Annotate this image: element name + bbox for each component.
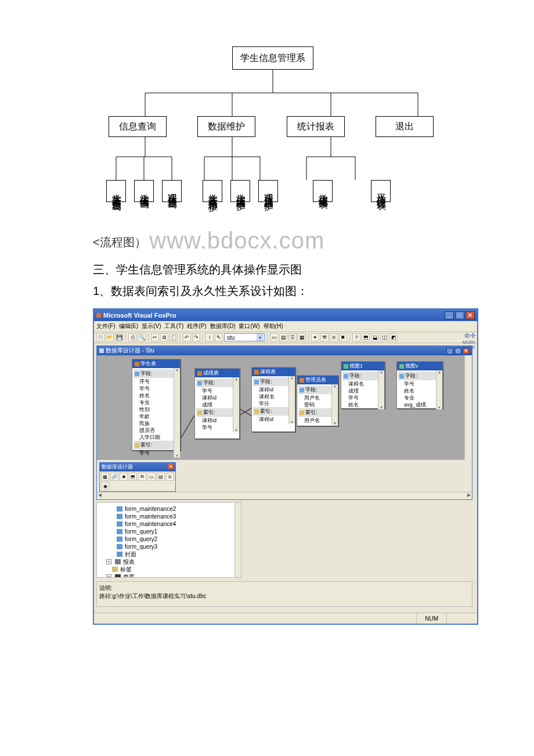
toolbox-btn-5[interactable]: ⧉: [138, 473, 146, 481]
project-item: form_maintenance2: [99, 505, 239, 513]
form-icon: [117, 552, 122, 557]
index-icon: [254, 409, 259, 414]
tb-1-icon[interactable]: ⬒: [362, 333, 370, 341]
project-item: form_maintenance4: [99, 520, 239, 528]
builder-icon[interactable]: ⚒: [320, 333, 329, 341]
db-designer-toolbox[interactable]: 数据库设计器 ✕ ▦ 🔗 ✖ ⬒ ⧉ ▭ ▤ ⛭ ◉: [99, 462, 176, 492]
table-icon: [197, 371, 202, 376]
org-l3-7: 平均分统计报表: [371, 180, 391, 202]
menu-help[interactable]: 帮助(H): [264, 322, 283, 330]
menu-database[interactable]: 数据库(D): [210, 322, 236, 330]
tb-2-icon[interactable]: ⬓: [371, 333, 379, 341]
scrollbar[interactable]: [174, 368, 180, 458]
database-combo[interactable]: stu: [224, 333, 265, 341]
menu-edit[interactable]: 编辑(E): [119, 322, 138, 330]
undo-icon[interactable]: ↶: [183, 333, 191, 341]
desc-path: 路径:g:\作业\工作\数据库课程实习\stu.dbc: [99, 592, 470, 600]
canvas-h-scrollbar[interactable]: [97, 492, 472, 499]
org-l3-0: 学生基本信息查询: [106, 180, 126, 202]
toolbox-btn-8[interactable]: ⛭: [166, 473, 174, 481]
label-icon[interactable]: ▦: [298, 333, 306, 341]
description-panel: 说明: 路径:g:\作业\工作\数据库课程实习\stu.dbc: [96, 581, 472, 607]
toolbox-btn-6[interactable]: ▭: [147, 473, 156, 481]
copy-icon[interactable]: ⧉: [160, 333, 168, 341]
project-item: 封面: [99, 550, 239, 558]
flowchart-caption: <流程图） www.bdocx.com: [93, 225, 499, 251]
view-v[interactable]: 视图v 字段: 学号 姓名 专业 avg_成绩: [396, 361, 443, 409]
command-window-label: 命令: [464, 332, 476, 340]
tree-expand-icon[interactable]: +: [106, 559, 111, 564]
toolbox-btn-3[interactable]: ✖: [120, 473, 128, 481]
menu-file[interactable]: 文件(F): [96, 322, 116, 330]
scrollbar[interactable]: [436, 370, 442, 409]
wizard-icon[interactable]: ✦: [311, 333, 319, 341]
watermark-text: www.bdocx.com: [149, 228, 324, 253]
save-icon[interactable]: 💾: [115, 333, 123, 341]
scrollbar[interactable]: [288, 376, 295, 424]
tb-4-icon[interactable]: ◩: [389, 333, 398, 341]
toolbox-btn-1[interactable]: ▦: [101, 473, 109, 481]
autoform-icon[interactable]: ▤: [279, 333, 287, 341]
trace-icon[interactable]: ⛭: [330, 333, 338, 341]
redo-icon[interactable]: ↷: [192, 333, 200, 341]
vfp-screenshot: Microsoft Visual FoxPro _ □ ✕ 文件(F) 编辑(E…: [93, 308, 478, 625]
caption-prefix: <流程图）: [93, 236, 146, 249]
org-l2-data-maint: 数据维护: [197, 116, 255, 137]
toolbox-btn-4[interactable]: ⬒: [129, 473, 137, 481]
cut-icon[interactable]: ✂: [151, 333, 159, 341]
menu-window[interactable]: 窗口(W): [239, 322, 259, 330]
report-icon: [115, 559, 121, 564]
tb-3-icon[interactable]: ◫: [380, 333, 388, 341]
toolbox-btn-7[interactable]: ▤: [157, 473, 165, 481]
tree-expand-icon[interactable]: +: [106, 574, 111, 578]
class-icon: [115, 574, 121, 578]
inner-min-button[interactable]: _: [446, 348, 453, 354]
open-icon[interactable]: 📂: [106, 333, 114, 341]
table-admin[interactable]: 管理员表 字段: 用户名 密码 索引: 用户名: [297, 375, 338, 426]
menu-view[interactable]: 显示(V): [142, 322, 161, 330]
print-icon[interactable]: ⎙: [128, 333, 136, 341]
desc-label: 说明:: [99, 584, 470, 592]
table-course[interactable]: 课程表 字段: 课程id 课程名 学分 索引: 课程id: [251, 367, 295, 432]
table-icon: [254, 370, 259, 375]
fox-icon: [96, 313, 101, 318]
project-scrollbar[interactable]: [234, 503, 241, 577]
form-icon: [117, 529, 122, 534]
heading-section-3: 三、学生信息管理系统的具体操作显示图: [93, 262, 499, 278]
help-icon[interactable]: ?: [352, 333, 360, 341]
toolbox-close-button[interactable]: ✕: [168, 463, 174, 469]
modify-icon[interactable]: ✎: [215, 333, 223, 341]
form-icon[interactable]: ▭: [270, 333, 278, 341]
scrollbar[interactable]: [233, 377, 239, 432]
close-button[interactable]: ✕: [466, 311, 475, 319]
run-icon[interactable]: !: [205, 333, 214, 341]
report-icon[interactable]: ☰: [288, 333, 297, 341]
menu-tools[interactable]: 工具(T): [164, 322, 183, 330]
org-l3-5: 课程信息表维护: [258, 180, 278, 202]
toolbox-btn-9[interactable]: ◉: [101, 482, 109, 490]
maximize-button[interactable]: □: [455, 311, 464, 319]
preview-icon[interactable]: 🔍: [138, 333, 146, 341]
org-l3-6: 学生成绩报表: [313, 180, 333, 202]
db-designer-canvas[interactable]: 学生表 字段: 序号 学号 姓名 专业 性别 年龄 民族 团员否 入学日期 索引…: [97, 355, 472, 460]
debug-icon[interactable]: ✖: [339, 333, 347, 341]
canvas-v-scrollbar[interactable]: [464, 355, 472, 460]
table-score[interactable]: 成绩表 字段: 学号 课程id 成绩 索引: 课程id 学号: [194, 368, 240, 439]
org-root: 学生信息管理系: [232, 46, 313, 70]
scrollbar[interactable]: [378, 370, 384, 409]
scrollbar[interactable]: [331, 384, 338, 425]
inner-max-button[interactable]: □: [454, 348, 461, 354]
project-group: +报表: [99, 558, 239, 566]
new-icon[interactable]: □: [96, 333, 104, 341]
project-panel: form_maintenance2 form_maintenance3 form…: [96, 502, 241, 578]
org-chart: 学生信息管理系 信息查询 数据维护 统计报表 退出 学生基本信息查询 学生成绩查…: [93, 46, 453, 202]
app-title: Microsoft Visual FoxPro: [103, 312, 176, 319]
project-group: +类库: [99, 573, 239, 578]
menu-program[interactable]: 程序(P): [187, 322, 206, 330]
view-1[interactable]: 视图1 字段: 课程名 成绩 学号 姓名: [341, 361, 385, 409]
project-item: form_maintenance3: [99, 513, 239, 520]
table-student[interactable]: 学生表 字段: 序号 学号 姓名 专业 性别 年龄 民族 团员否 入学日期 索引…: [132, 359, 181, 451]
paste-icon[interactable]: 📋: [169, 333, 178, 341]
minimize-button[interactable]: _: [445, 311, 454, 319]
toolbox-btn-2[interactable]: 🔗: [110, 473, 118, 481]
